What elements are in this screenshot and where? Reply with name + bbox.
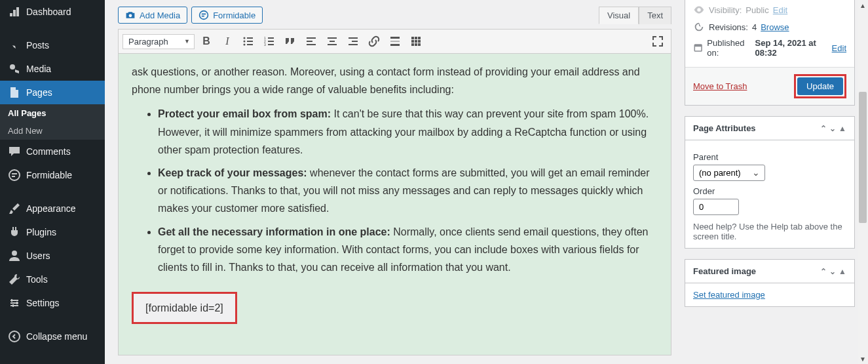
update-button[interactable]: Update bbox=[797, 77, 843, 95]
visibility-label: Visibility: bbox=[709, 5, 742, 15]
formidable-icon bbox=[198, 10, 209, 20]
align-center-button[interactable] bbox=[323, 32, 341, 51]
chevron-down-icon[interactable]: ⌄ bbox=[829, 124, 836, 133]
collapse-icon bbox=[8, 330, 21, 343]
move-to-trash-link[interactable]: Move to Trash bbox=[693, 81, 747, 91]
sidebar-item-collapse[interactable]: Collapse menu bbox=[0, 325, 105, 348]
page-attributes-title: Page Attributes bbox=[693, 123, 756, 133]
svg-rect-34 bbox=[415, 40, 417, 43]
page-scrollbar[interactable]: ▲ ▼ bbox=[858, 0, 868, 364]
align-left-button[interactable] bbox=[302, 32, 320, 51]
sidebar-item-pages[interactable]: Pages bbox=[0, 81, 105, 104]
read-more-button[interactable] bbox=[386, 32, 404, 51]
plugin-icon bbox=[8, 226, 21, 239]
svg-rect-19 bbox=[307, 41, 312, 42]
add-media-button[interactable]: Add Media bbox=[118, 7, 187, 24]
sidebar-label: Appearance bbox=[26, 203, 76, 214]
main-content: Add Media Formidable Visual Text Paragra… bbox=[105, 0, 868, 364]
chevron-up-icon[interactable]: ⌃ bbox=[820, 267, 827, 276]
svg-rect-18 bbox=[307, 37, 316, 39]
camera-icon bbox=[125, 10, 136, 20]
list-item: Get all the necessary information in one… bbox=[158, 223, 658, 277]
blockquote-button[interactable] bbox=[281, 32, 299, 51]
sidebar-item-posts[interactable]: Posts bbox=[0, 33, 105, 57]
dashboard-icon bbox=[8, 5, 21, 18]
sidebar-sub-all-pages[interactable]: All Pages bbox=[0, 104, 105, 122]
scroll-down-icon[interactable]: ▼ bbox=[858, 354, 868, 364]
sidebar-item-tools[interactable]: Tools bbox=[0, 268, 105, 291]
svg-rect-32 bbox=[418, 37, 421, 39]
page-icon bbox=[8, 86, 21, 99]
sidebar-item-plugins[interactable]: Plugins bbox=[0, 220, 105, 244]
caret-up-icon[interactable]: ▲ bbox=[839, 267, 846, 276]
link-button[interactable] bbox=[365, 32, 383, 51]
sidebar-item-comments[interactable]: Comments bbox=[0, 140, 105, 163]
bullet-bold: Get all the necessary information in one… bbox=[158, 226, 390, 237]
revisions-count: 4 bbox=[752, 22, 757, 32]
svg-rect-29 bbox=[390, 44, 400, 46]
formidable-button[interactable]: Formidable bbox=[191, 7, 263, 24]
svg-rect-24 bbox=[349, 37, 358, 39]
format-select[interactable]: Paragraph bbox=[123, 34, 195, 49]
list-item: Keep track of your messages: whenever th… bbox=[158, 164, 658, 218]
sidebar-item-settings[interactable]: Settings bbox=[0, 291, 105, 315]
svg-rect-40 bbox=[694, 45, 702, 47]
list-item: Protect your email box from spam: It can… bbox=[158, 105, 658, 159]
chevron-up-icon[interactable]: ⌃ bbox=[820, 124, 827, 133]
media-icon bbox=[8, 62, 21, 75]
formidable-label: Formidable bbox=[213, 10, 255, 20]
sidebar-item-formidable[interactable]: Formidable bbox=[0, 163, 105, 187]
italic-button[interactable]: I bbox=[218, 32, 236, 51]
page-attributes-metabox: Page Attributes ⌃ ⌄ ▲ Parent (no parent)… bbox=[685, 116, 855, 249]
svg-rect-15 bbox=[268, 41, 274, 42]
sidebar-sub-add-new[interactable]: Add New bbox=[0, 122, 105, 140]
svg-rect-23 bbox=[328, 44, 337, 45]
settings-icon bbox=[8, 296, 21, 310]
toolbar-toggle-button[interactable] bbox=[407, 32, 425, 51]
set-featured-image-link[interactable]: Set featured image bbox=[693, 290, 765, 300]
help-text: Need help? Use the Help tab above the sc… bbox=[693, 222, 846, 241]
svg-rect-30 bbox=[411, 37, 414, 39]
fullscreen-button[interactable] bbox=[649, 32, 667, 51]
pin-icon bbox=[8, 39, 21, 52]
svg-rect-35 bbox=[418, 40, 421, 43]
published-value: Sep 14, 2021 at 08:32 bbox=[755, 38, 828, 58]
featured-image-metabox: Featured image ⌃ ⌄ ▲ Set featured image bbox=[685, 259, 855, 307]
revisions-browse-link[interactable]: Browse bbox=[761, 22, 789, 32]
tab-text[interactable]: Text bbox=[639, 7, 671, 24]
svg-point-3 bbox=[9, 331, 20, 342]
svg-rect-9 bbox=[247, 41, 253, 42]
add-media-label: Add Media bbox=[140, 10, 180, 20]
svg-rect-21 bbox=[328, 37, 337, 39]
sidebar-item-appearance[interactable]: Appearance bbox=[0, 197, 105, 220]
tab-visual[interactable]: Visual bbox=[599, 7, 639, 24]
numbered-list-button[interactable]: 123 bbox=[260, 32, 278, 51]
caret-up-icon[interactable]: ▲ bbox=[839, 124, 846, 133]
comment-icon bbox=[8, 145, 21, 158]
bold-button[interactable]: B bbox=[197, 32, 216, 51]
brush-icon bbox=[8, 202, 21, 215]
align-right-button[interactable] bbox=[344, 32, 362, 51]
svg-rect-38 bbox=[418, 43, 421, 46]
sidebar-item-media[interactable]: Media bbox=[0, 57, 105, 81]
sidebar-label: Comments bbox=[26, 146, 71, 157]
order-input[interactable] bbox=[693, 199, 739, 215]
svg-rect-7 bbox=[247, 37, 253, 39]
bullet-list-button[interactable] bbox=[239, 32, 257, 51]
sidebar-label: Collapse menu bbox=[26, 331, 87, 342]
parent-select[interactable]: (no parent) bbox=[693, 165, 765, 181]
svg-rect-36 bbox=[411, 43, 414, 46]
editor-content[interactable]: ask questions, or another reason. Moreov… bbox=[118, 54, 671, 355]
scrollbar-thumb[interactable] bbox=[859, 92, 867, 223]
sidebar-item-users[interactable]: Users bbox=[0, 244, 105, 268]
scroll-up-icon[interactable]: ▲ bbox=[858, 0, 868, 10]
sidebar-item-dashboard[interactable]: Dashboard bbox=[0, 0, 105, 24]
svg-rect-25 bbox=[352, 41, 358, 42]
chevron-down-icon[interactable]: ⌄ bbox=[829, 267, 836, 276]
visibility-edit-link[interactable]: Edit bbox=[773, 5, 787, 15]
sidebar-label: Dashboard bbox=[26, 7, 71, 17]
formidable-icon bbox=[8, 169, 21, 182]
published-edit-link[interactable]: Edit bbox=[832, 43, 846, 53]
visibility-value: Public bbox=[745, 5, 768, 15]
sidebar-label: Plugins bbox=[26, 227, 56, 237]
